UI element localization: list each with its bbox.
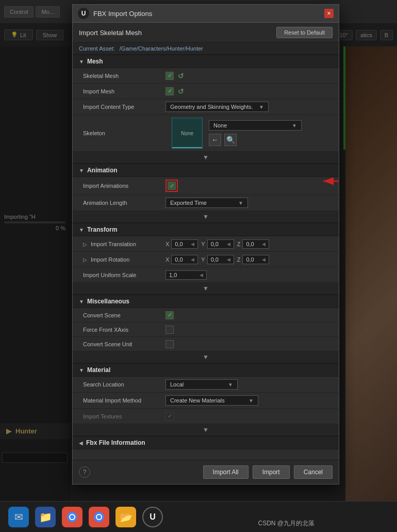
dialog-header-title: Import Skeletal Mesh (79, 29, 142, 37)
ry-field[interactable]: 0,0 ◀ (207, 255, 234, 264)
rz-field[interactable]: 0,0 ◀ (242, 255, 269, 264)
import-textures-label: Import Textures (83, 413, 166, 420)
animation-length-label: Animation Length (83, 200, 166, 206)
translation-expand-icon[interactable]: ▷ (83, 241, 87, 247)
collapse-bottom-arrow: ▼ (203, 154, 209, 161)
ty-label: Y (201, 241, 205, 247)
misc-collapse-arrow: ▼ (79, 299, 84, 304)
import-content-type-control: Geometry and Skinning Weights. ▼ (166, 102, 333, 112)
help-button[interactable]: ? (79, 466, 90, 478)
convert-scene-unit-label: Convert Scene Unit (83, 341, 166, 347)
skeleton-preview[interactable]: None (172, 118, 203, 149)
skeletal-mesh-checkbox[interactable] (166, 72, 174, 80)
animation-section-collapse-bottom[interactable]: ▼ (73, 211, 339, 223)
mesh-section-header[interactable]: ▼ Mesh (73, 55, 339, 68)
rotation-expand-icon[interactable]: ▷ (83, 257, 87, 263)
mat-dropdown-arrow: ▼ (249, 398, 254, 404)
skeleton-search-button[interactable]: 🔍 (224, 134, 237, 146)
tx-field[interactable]: 0,0 ◀ (171, 239, 198, 249)
force-front-xaxis-control (166, 326, 333, 334)
import-mesh-reset-icon[interactable]: ↺ (178, 87, 184, 95)
skeleton-dropdown[interactable]: None ▼ (209, 120, 302, 131)
reset-to-default-button[interactable]: Reset to Default (276, 27, 333, 38)
rz-arrow: ◀ (262, 257, 266, 262)
scale-field[interactable]: 1,0 ◀ (166, 270, 207, 280)
tz-arrow: ◀ (262, 241, 266, 247)
convert-scene-unit-row: Convert Scene Unit (73, 337, 339, 351)
rx-field[interactable]: 0,0 ◀ (171, 255, 198, 264)
force-front-xaxis-label: Force Front XAxis (83, 327, 166, 333)
convert-scene-unit-control (166, 340, 333, 348)
email-taskbar-icon[interactable]: ✉ (8, 507, 29, 527)
cancel-button[interactable]: Cancel (294, 465, 333, 479)
import-mesh-checkbox[interactable] (166, 87, 174, 95)
import-rotation-control: X 0,0 ◀ Y 0,0 ◀ Z 0,0 ◀ (166, 255, 333, 264)
bottom-spacer (73, 449, 339, 460)
convert-scene-row: Convert Scene (73, 308, 339, 323)
current-asset-bar: Current Asset: /Game/Characters/Hunter/H… (73, 43, 339, 55)
skeleton-dropdown-value: None (213, 122, 227, 128)
skeletal-mesh-label: Skeletal Mesh (83, 73, 166, 79)
convert-scene-label: Convert Scene (83, 312, 166, 318)
current-asset-label: Current Asset: (79, 45, 115, 52)
import-textures-row: Import Textures (73, 409, 339, 424)
animation-section-header[interactable]: ▼ Animation (73, 164, 339, 177)
dialog-close-button[interactable]: × (324, 9, 334, 18)
dropdown-arrow: ▼ (259, 104, 264, 110)
material-section-collapse-bottom[interactable]: ▼ (73, 424, 339, 436)
skeleton-buttons: ← 🔍 (209, 134, 302, 146)
tx-label: X (166, 241, 169, 247)
import-content-type-dropdown[interactable]: Geometry and Skinning Weights. ▼ (166, 102, 269, 112)
search-location-value: Local (170, 381, 184, 388)
chrome2-taskbar-icon[interactable] (89, 507, 109, 527)
folder-taskbar-icon[interactable]: 📂 (115, 507, 136, 527)
material-import-method-value: Create New Materials (170, 397, 225, 404)
animation-length-control: Exported Time ▼ (166, 198, 333, 208)
animation-length-value: Exported Time (170, 200, 207, 206)
misc-section-header[interactable]: ▼ Miscellaneous (73, 295, 339, 308)
material-import-method-label: Material Import Method (83, 397, 166, 404)
scale-arrow: ◀ (200, 272, 203, 278)
chrome-taskbar-icon[interactable] (62, 507, 82, 527)
skeletal-mesh-row: Skeletal Mesh ↺ (73, 68, 339, 84)
force-front-xaxis-checkbox[interactable] (166, 326, 174, 334)
import-all-button[interactable]: Import All (203, 465, 249, 479)
skeleton-row: Skeleton None None ▼ ← 🔍 (73, 115, 339, 152)
ue-taskbar-icon[interactable]: U (142, 507, 163, 527)
import-rotation-label: ▷ Import Rotation (83, 256, 166, 263)
skeleton-dropdown-arrow: ▼ (292, 123, 297, 128)
dialog-footer: ? Import All Import Cancel (73, 460, 339, 484)
import-content-type-row: Import Content Type Geometry and Skinnin… (73, 99, 339, 115)
import-textures-checkbox[interactable] (166, 412, 174, 421)
transform-collapse-arrow: ▼ (79, 227, 84, 233)
misc-section-collapse-bottom[interactable]: ▼ (73, 351, 339, 363)
tz-label: Z (237, 241, 241, 247)
search-location-dropdown[interactable]: Local ▼ (166, 379, 238, 390)
dialog-content[interactable]: ▼ Mesh Skeletal Mesh ↺ Import Mesh ↺ Imp… (73, 55, 339, 460)
transform-section-collapse-bottom[interactable]: ▼ (73, 283, 339, 295)
mesh-section-label: Mesh (87, 58, 103, 65)
tx-arrow: ◀ (191, 241, 194, 247)
material-import-method-dropdown[interactable]: Create New Materials ▼ (166, 395, 258, 406)
files-taskbar-icon[interactable]: 📁 (35, 507, 56, 527)
mesh-section-collapse-bottom[interactable]: ▼ (73, 152, 339, 164)
convert-scene-unit-checkbox[interactable] (166, 340, 174, 348)
skeleton-back-button[interactable]: ← (209, 134, 221, 146)
convert-scene-checkbox[interactable] (166, 311, 174, 319)
current-asset-path: /Game/Characters/Hunter/Hunter (120, 45, 203, 52)
material-section-header[interactable]: ▼ Material (73, 363, 339, 377)
misc-collapse-arrow2: ▼ (203, 353, 209, 361)
import-uniform-scale-row: Import Uniform Scale 1,0 ◀ (73, 267, 339, 283)
fbx-import-dialog: U FBX Import Options × Import Skeletal M… (72, 4, 339, 485)
import-animations-control (166, 180, 333, 192)
tz-field[interactable]: 0,0 ◀ (242, 239, 269, 249)
import-button[interactable]: Import (253, 465, 290, 479)
import-animations-checkbox[interactable] (168, 182, 176, 190)
skeletal-mesh-reset-icon[interactable]: ↺ (178, 72, 184, 80)
import-content-type-label: Import Content Type (83, 104, 166, 110)
material-import-method-row: Material Import Method Create New Materi… (73, 393, 339, 409)
fbx-section-header[interactable]: ◀ Fbx File Information (73, 436, 339, 449)
transform-section-header[interactable]: ▼ Transform (73, 223, 339, 236)
animation-length-dropdown[interactable]: Exported Time ▼ (166, 198, 248, 208)
ty-field[interactable]: 0,0 ◀ (207, 239, 234, 249)
